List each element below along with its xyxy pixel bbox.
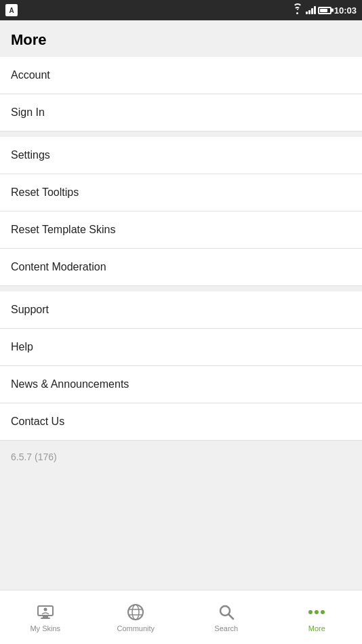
menu-section-3: Support Help News & Announcements Contac…	[0, 291, 362, 441]
svg-point-3	[43, 607, 47, 611]
menu-item-account[interactable]: Account	[0, 57, 362, 94]
nav-label-my-skins: My Skins	[30, 624, 60, 632]
svg-rect-2	[41, 618, 50, 619]
section-separator-1	[0, 132, 362, 137]
nav-label-community: Community	[117, 624, 155, 632]
status-bar-left: A	[5, 4, 18, 16]
svg-point-4	[128, 605, 143, 620]
signal-bars-icon	[306, 6, 316, 14]
menu-item-content-moderation[interactable]: Content Moderation	[0, 249, 362, 286]
menu-item-support[interactable]: Support	[0, 291, 362, 329]
svg-rect-1	[43, 616, 48, 618]
search-icon	[217, 603, 236, 622]
nav-item-search[interactable]: Search	[181, 590, 272, 644]
my-skins-icon	[36, 603, 55, 622]
svg-point-5	[132, 605, 139, 620]
menu-section-1: Account Sign In	[0, 57, 362, 132]
version-text: 6.5.7 (176)	[0, 441, 362, 473]
wifi-icon	[293, 6, 302, 14]
community-icon	[126, 603, 145, 622]
battery-icon	[318, 7, 331, 14]
menu-item-reset-template-skins[interactable]: Reset Template Skins	[0, 212, 362, 249]
nav-item-more[interactable]: More	[272, 590, 363, 644]
section-separator-2	[0, 286, 362, 291]
status-icons	[293, 6, 331, 14]
more-icon	[307, 603, 326, 622]
nav-label-more: More	[308, 624, 325, 632]
nav-item-community[interactable]: Community	[91, 590, 182, 644]
menu-item-sign-in[interactable]: Sign In	[0, 94, 362, 132]
status-bar: A 10:03	[0, 0, 362, 20]
menu-item-news-announcements[interactable]: News & Announcements	[0, 366, 362, 403]
page-title-section: More	[0, 20, 362, 57]
menu-item-reset-tooltips[interactable]: Reset Tooltips	[0, 174, 362, 212]
nav-item-my-skins[interactable]: My Skins	[0, 590, 91, 644]
page-title: More	[11, 31, 351, 49]
menu-item-help[interactable]: Help	[0, 329, 362, 366]
menu-section-2: Settings Reset Tooltips Reset Template S…	[0, 137, 362, 286]
bottom-nav: My Skins Community Search	[0, 590, 362, 644]
status-time: 10:03	[334, 5, 357, 16]
app-icon: A	[5, 4, 18, 16]
menu-item-settings[interactable]: Settings	[0, 137, 362, 174]
nav-label-search: Search	[214, 624, 238, 632]
menu-item-contact-us[interactable]: Contact Us	[0, 403, 362, 441]
status-bar-right: 10:03	[293, 5, 357, 16]
svg-line-9	[228, 614, 233, 619]
main-content: More Account Sign In Settings Reset Tool…	[0, 20, 362, 610]
